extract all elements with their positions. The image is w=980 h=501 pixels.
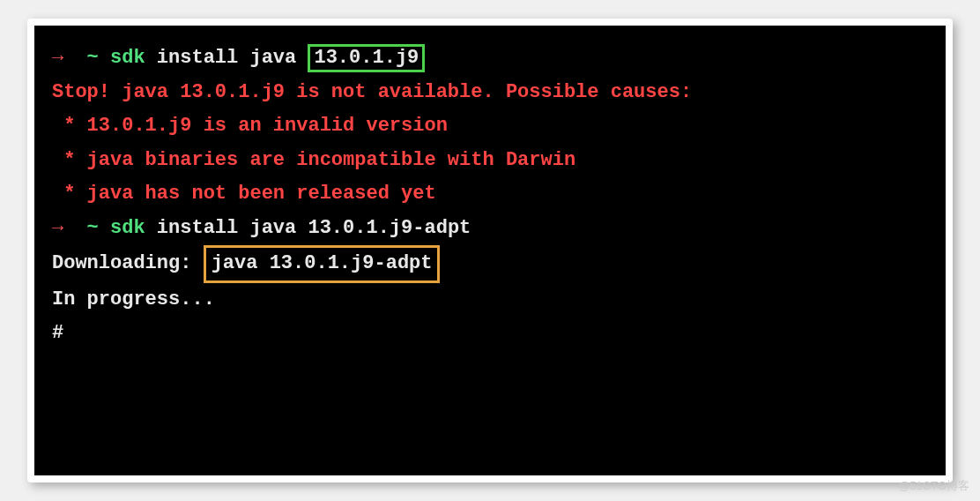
command-args: install java [145,47,308,69]
error-message-4: * java has not been released yet [52,177,928,212]
sdk-command: sdk [110,217,145,239]
prompt-arrow: → [52,47,63,69]
error-message-1: Stop! java 13.0.1.j9 is not available. P… [52,76,928,110]
sdk-command: sdk [110,47,145,69]
command-line-1: → ~ sdk install java 13.0.1.j9 [52,41,928,76]
downloading-label: Downloading: [52,252,204,274]
error-message-2: * 13.0.1.j9 is an invalid version [52,109,928,144]
watermark-text: @51CTO博客 [898,478,969,494]
progress-line: In progress... [52,283,928,318]
prompt-tilde: ~ [87,217,99,239]
terminal-window: → ~ sdk install java 13.0.1.j9 Stop! jav… [27,19,953,482]
command-args: install java 13.0.1.j9-adpt [145,217,471,239]
green-highlight-box: 13.0.1.j9 [308,44,425,72]
error-message-3: * java binaries are incompatible with Da… [52,144,928,178]
hash-line: # [52,317,928,351]
orange-highlight-box: java 13.0.1.j9-adpt [204,245,441,283]
command-line-2: → ~ sdk install java 13.0.1.j9-adpt [52,212,928,246]
prompt-arrow: → [52,217,63,239]
terminal-content[interactable]: → ~ sdk install java 13.0.1.j9 Stop! jav… [34,26,946,475]
downloading-line: Downloading: java 13.0.1.j9-adpt [52,245,928,283]
prompt-tilde: ~ [87,47,99,69]
